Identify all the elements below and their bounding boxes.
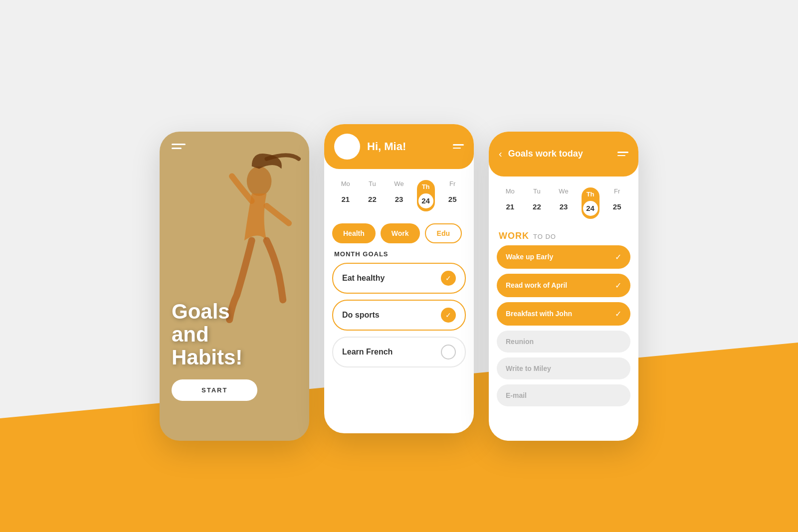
splash-title: Goals and Habits! bbox=[172, 300, 257, 369]
phone-splash: Goals and Habits! START bbox=[160, 132, 309, 441]
work-section-header: WORK TO DO bbox=[489, 224, 638, 245]
empty-check-icon bbox=[441, 345, 456, 359]
goal-eat-healthy[interactable]: Eat healthy ✓ bbox=[332, 263, 466, 294]
task-reunion[interactable]: Reunion bbox=[497, 331, 630, 353]
task-email[interactable]: E-mail bbox=[497, 384, 630, 406]
goals-work-title: Goals work today bbox=[508, 149, 611, 159]
day-mo[interactable]: Mo 21 bbox=[337, 180, 355, 211]
greeting: Hi, Mia! bbox=[367, 140, 446, 153]
work-label: WORK bbox=[499, 231, 529, 241]
tab-work[interactable]: Work bbox=[381, 223, 420, 243]
day-th-active-3[interactable]: Th 24 bbox=[582, 187, 599, 219]
task-read-work[interactable]: Read work of April ✓ bbox=[497, 274, 630, 297]
check-icon: ✓ bbox=[615, 281, 621, 290]
dashboard-header: Hi, Mia! bbox=[324, 124, 474, 169]
month-goals-title: MONTH GOALS bbox=[324, 250, 474, 263]
calendar-week: Mo 21 Tu 22 We 23 Th 24 Fr 25 bbox=[324, 169, 474, 216]
task-write-miley[interactable]: Write to Miley bbox=[497, 357, 630, 379]
hamburger-menu[interactable] bbox=[617, 152, 628, 156]
check-icon: ✓ bbox=[615, 309, 621, 319]
day-fr[interactable]: Fr 25 bbox=[443, 180, 461, 211]
check-icon: ✓ bbox=[441, 308, 456, 323]
phone-goals-work: ‹ Goals work today Mo 21 Tu 22 We 23 bbox=[489, 132, 638, 441]
goal-learn-french[interactable]: Learn French bbox=[332, 337, 466, 367]
todo-label: TO DO bbox=[533, 233, 556, 240]
task-write-miley-text: Write to Miley bbox=[506, 364, 551, 372]
day-tu[interactable]: Tu 22 bbox=[363, 180, 381, 211]
splash-content: Goals and Habits! START bbox=[172, 300, 257, 401]
back-button[interactable]: ‹ bbox=[499, 148, 502, 160]
check-icon: ✓ bbox=[441, 271, 456, 286]
goal-do-sports-text: Do sports bbox=[342, 311, 380, 320]
check-icon: ✓ bbox=[615, 252, 621, 262]
calendar-week-3: Mo 21 Tu 22 We 23 Th 24 Fr 25 bbox=[489, 177, 638, 224]
svg-point-0 bbox=[247, 166, 272, 196]
task-email-text: E-mail bbox=[506, 391, 527, 399]
goal-eat-healthy-text: Eat healthy bbox=[342, 274, 385, 283]
menu-line-2 bbox=[453, 148, 461, 149]
goal-learn-french-text: Learn French bbox=[342, 348, 393, 356]
day-tu-3[interactable]: Tu 22 bbox=[528, 187, 546, 219]
menu-line-1 bbox=[617, 152, 628, 153]
task-breakfast[interactable]: Breakfast with John ✓ bbox=[497, 302, 630, 326]
task-breakfast-text: Breakfast with John bbox=[506, 310, 572, 318]
task-wake-up[interactable]: Wake up Early ✓ bbox=[497, 245, 630, 269]
phones-container: Goals and Habits! START Hi, Mia! Mo 21 T… bbox=[0, 0, 798, 532]
menu-line-1 bbox=[453, 144, 464, 146]
category-tabs: Health Work Edu bbox=[324, 216, 474, 250]
tab-edu[interactable]: Edu bbox=[425, 223, 462, 243]
day-mo-3[interactable]: Mo 21 bbox=[501, 187, 519, 219]
day-we[interactable]: We 23 bbox=[390, 180, 408, 211]
day-th-active[interactable]: Th 24 bbox=[417, 180, 435, 211]
task-reunion-text: Reunion bbox=[506, 338, 534, 346]
avatar bbox=[334, 134, 360, 160]
goal-do-sports[interactable]: Do sports ✓ bbox=[332, 300, 466, 331]
hamburger-menu[interactable] bbox=[453, 144, 464, 149]
task-read-work-text: Read work of April bbox=[506, 281, 567, 289]
day-we-3[interactable]: We 23 bbox=[555, 187, 573, 219]
start-button[interactable]: START bbox=[172, 379, 257, 401]
task-wake-up-text: Wake up Early bbox=[506, 253, 553, 261]
tab-health[interactable]: Health bbox=[332, 223, 376, 243]
phone-dashboard: Hi, Mia! Mo 21 Tu 22 We 23 Th bbox=[324, 124, 474, 433]
menu-line-2 bbox=[617, 155, 625, 157]
day-fr-3[interactable]: Fr 25 bbox=[608, 187, 626, 219]
goals-work-header: ‹ Goals work today bbox=[489, 132, 638, 177]
